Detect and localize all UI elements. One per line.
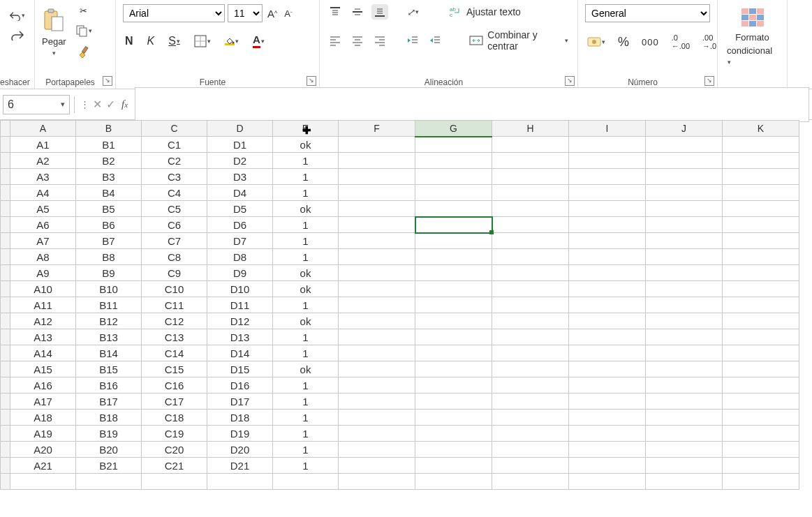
cell-D22[interactable] xyxy=(207,474,273,490)
cell-K11[interactable] xyxy=(723,297,799,313)
cell-K16[interactable] xyxy=(723,377,799,394)
wrap-text-button[interactable]: abc Ajustar texto xyxy=(446,4,523,20)
cell-A19[interactable]: A19 xyxy=(10,426,76,442)
accept-formula-button[interactable]: ✓ xyxy=(104,96,117,112)
cell-F20[interactable] xyxy=(339,442,415,458)
cell-C8[interactable]: C8 xyxy=(142,249,207,265)
cell-D3[interactable]: D3 xyxy=(207,169,273,185)
cell-K15[interactable] xyxy=(723,361,799,377)
cell-J7[interactable] xyxy=(646,233,723,249)
cell-F11[interactable] xyxy=(339,297,415,313)
cell-H22[interactable] xyxy=(492,474,569,490)
cell-H11[interactable] xyxy=(492,297,569,313)
cell-I18[interactable] xyxy=(569,410,646,426)
font-size-select[interactable]: 11 xyxy=(228,4,263,22)
cell-B22[interactable] xyxy=(76,474,142,490)
cell-A17[interactable]: A17 xyxy=(10,394,76,410)
borders-button[interactable]: ▾ xyxy=(192,33,213,49)
cell-B3[interactable]: B3 xyxy=(76,169,142,185)
row-header-11[interactable] xyxy=(1,297,10,313)
cell-G2[interactable] xyxy=(415,153,492,169)
cell-C20[interactable]: C20 xyxy=(142,442,207,458)
number-format-select[interactable]: General xyxy=(585,4,710,22)
cell-K8[interactable] xyxy=(723,249,799,265)
cell-A14[interactable]: A14 xyxy=(10,345,76,361)
cell-B10[interactable]: B10 xyxy=(76,281,142,297)
underline-button[interactable]: S▾ xyxy=(166,33,182,49)
cell-D2[interactable]: D2 xyxy=(207,153,273,169)
cell-B7[interactable]: B7 xyxy=(76,233,142,249)
cell-H10[interactable] xyxy=(492,281,569,297)
cell-K5[interactable] xyxy=(723,201,799,217)
cell-J10[interactable] xyxy=(646,281,723,297)
cell-G12[interactable] xyxy=(415,313,492,329)
cell-E3[interactable]: 1 xyxy=(273,169,339,185)
cell-J9[interactable] xyxy=(646,265,723,281)
alignment-launcher[interactable] xyxy=(565,76,575,86)
cell-C15[interactable]: C15 xyxy=(142,361,207,377)
cell-I4[interactable] xyxy=(569,185,646,201)
cell-D21[interactable]: D21 xyxy=(207,458,273,474)
formula-bar[interactable] xyxy=(135,87,809,122)
cell-K4[interactable] xyxy=(723,185,799,201)
cell-H12[interactable] xyxy=(492,313,569,329)
cell-E1[interactable]: ok xyxy=(273,137,339,153)
cell-B16[interactable]: B16 xyxy=(76,377,142,394)
italic-button[interactable]: K xyxy=(145,33,157,49)
cell-K1[interactable] xyxy=(723,137,799,153)
cell-K18[interactable] xyxy=(723,410,799,426)
increase-decimal-button[interactable]: .0←.00 xyxy=(670,32,692,52)
row-header-2[interactable] xyxy=(1,153,10,169)
cell-J17[interactable] xyxy=(646,394,723,410)
cell-D1[interactable]: D1 xyxy=(207,137,273,153)
cell-E4[interactable]: 1 xyxy=(273,185,339,201)
cell-D8[interactable]: D8 xyxy=(207,249,273,265)
cell-F5[interactable] xyxy=(339,201,415,217)
cell-D5[interactable]: D5 xyxy=(207,201,273,217)
cell-E8[interactable]: 1 xyxy=(273,249,339,265)
cell-G7[interactable] xyxy=(415,233,492,249)
align-middle-button[interactable] xyxy=(349,4,366,20)
cell-G17[interactable] xyxy=(415,394,492,410)
cell-K19[interactable] xyxy=(723,426,799,442)
cell-E6[interactable]: 1 xyxy=(273,217,339,233)
cell-H16[interactable] xyxy=(492,377,569,394)
cell-F9[interactable] xyxy=(339,265,415,281)
cell-A20[interactable]: A20 xyxy=(10,442,76,458)
spreadsheet-grid[interactable]: ABCDEFGHIJKA1B1C1D1okA2B2C2D21A3B3C3D31A… xyxy=(0,120,799,490)
cell-B1[interactable]: B1 xyxy=(76,137,142,153)
cell-E9[interactable]: ok xyxy=(273,265,339,281)
cell-G14[interactable] xyxy=(415,345,492,361)
row-header-6[interactable] xyxy=(1,217,10,233)
cell-E13[interactable]: 1 xyxy=(273,329,339,345)
cell-B6[interactable]: B6 xyxy=(76,217,142,233)
cell-F13[interactable] xyxy=(339,329,415,345)
cell-I11[interactable] xyxy=(569,297,646,313)
row-header-14[interactable] xyxy=(1,345,10,361)
cell-C19[interactable]: C19 xyxy=(142,426,207,442)
cell-F18[interactable] xyxy=(339,410,415,426)
cell-K9[interactable] xyxy=(723,265,799,281)
cell-K20[interactable] xyxy=(723,442,799,458)
row-header-17[interactable] xyxy=(1,394,10,410)
cell-J5[interactable] xyxy=(646,201,723,217)
cell-K7[interactable] xyxy=(723,233,799,249)
cell-G15[interactable] xyxy=(415,361,492,377)
decrease-font-button[interactable]: Aˇ xyxy=(282,7,294,20)
redo-button[interactable] xyxy=(7,28,27,42)
increase-font-button[interactable]: A^ xyxy=(265,6,279,21)
cell-B15[interactable]: B15 xyxy=(76,361,142,377)
cell-D12[interactable]: D12 xyxy=(207,313,273,329)
align-center-button[interactable] xyxy=(349,33,366,48)
currency-button[interactable]: ▾ xyxy=(585,34,607,50)
cell-F1[interactable] xyxy=(339,137,415,153)
cell-J6[interactable] xyxy=(646,217,723,233)
increase-indent-button[interactable] xyxy=(427,33,443,48)
cell-G10[interactable] xyxy=(415,281,492,297)
cell-B13[interactable]: B13 xyxy=(76,329,142,345)
cell-B2[interactable]: B2 xyxy=(76,153,142,169)
cell-D6[interactable]: D6 xyxy=(207,217,273,233)
font-launcher[interactable] xyxy=(307,76,316,86)
cell-A5[interactable]: A5 xyxy=(10,201,76,217)
cell-C4[interactable]: C4 xyxy=(142,185,207,201)
